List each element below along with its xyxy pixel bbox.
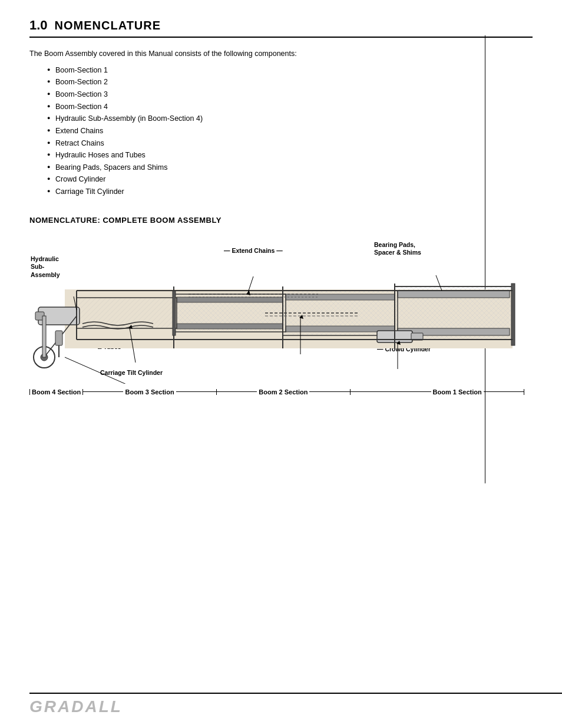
list-item: Retract Chains xyxy=(47,137,533,150)
section-header: 1.0 Nomenclature xyxy=(29,18,533,38)
section-labels-row: Boom 4 Section Boom 3 Section Boom 2 Sec… xyxy=(29,388,524,396)
list-item: Hydraulic Sub-Assembly (in Boom-Section … xyxy=(47,113,533,125)
list-item: Carriage Tilt Cylinder xyxy=(47,186,533,198)
list-item: Hydraulic Hoses and Tubes xyxy=(47,149,533,162)
list-item: Boom-Section 3 xyxy=(47,88,533,101)
svg-rect-35 xyxy=(173,291,176,335)
svg-rect-21 xyxy=(42,316,46,357)
svg-rect-6 xyxy=(398,291,510,298)
page-footer: GRADALL xyxy=(29,693,562,716)
list-item: Boom-Section 2 xyxy=(47,76,533,88)
tick xyxy=(524,389,524,395)
section-label-4: Boom 4 Section xyxy=(30,388,82,396)
section-title-text: Nomenclature xyxy=(55,19,161,32)
list-item: Extend Chains xyxy=(47,125,533,137)
list-item: Boom-Section 4 xyxy=(47,101,533,113)
svg-rect-12 xyxy=(177,297,283,302)
gradall-logo: GRADALL xyxy=(29,697,123,716)
svg-rect-34 xyxy=(511,284,515,345)
page-container: 1.0 Nomenclature The Boom Assembly cover… xyxy=(0,0,562,728)
list-item: Crowd Cylinder xyxy=(47,173,533,186)
section-number: 1.0 xyxy=(29,18,48,33)
diagram-title: Nomenclature: Complete Boom Assembly xyxy=(29,216,533,225)
section-label-1: Boom 1 Section xyxy=(431,388,484,396)
boom-illustration xyxy=(29,254,524,384)
list-item: Boom-Section 1 xyxy=(47,64,533,77)
component-list: Boom-Section 1 Boom-Section 2 Boom-Secti… xyxy=(47,64,533,198)
svg-rect-23 xyxy=(55,331,62,345)
svg-rect-14 xyxy=(77,298,177,328)
svg-rect-13 xyxy=(177,324,283,329)
section-label-2: Boom 2 Section xyxy=(257,388,309,396)
section-label-3: Boom 3 Section xyxy=(123,388,176,396)
boom-diagram: HydraulicSub-Assembly — Extend Chains — … xyxy=(29,230,524,413)
intro-paragraph: The Boom Assembly covered in this Manual… xyxy=(29,48,312,60)
list-item: Bearing Pads, Spacers and Shims xyxy=(47,162,533,174)
diagram-section: Nomenclature: Complete Boom Assembly Hyd… xyxy=(29,216,533,413)
svg-line-52 xyxy=(65,357,138,384)
